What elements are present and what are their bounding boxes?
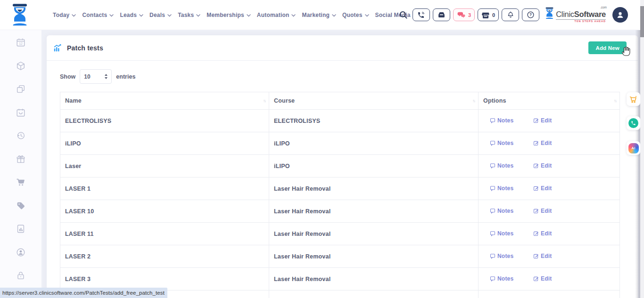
search-icon[interactable]	[399, 10, 408, 19]
chevron-down-icon	[72, 14, 76, 17]
store-badge: 0	[492, 12, 495, 18]
chat-button[interactable]: 3	[453, 8, 475, 21]
nav-item-marketing[interactable]: Marketing	[302, 12, 336, 18]
page-size-select[interactable]: 10	[80, 69, 112, 84]
column-header-course[interactable]: Course↑↓	[269, 92, 479, 110]
notes-link[interactable]: Notes	[490, 162, 513, 169]
notes-link[interactable]: Notes	[490, 230, 513, 237]
notes-link[interactable]: Notes	[490, 185, 513, 192]
nav-item-automation[interactable]: Automation	[257, 12, 296, 18]
nav-item-quotes[interactable]: Quotes	[342, 12, 369, 18]
floating-call-button[interactable]	[627, 116, 640, 130]
cell-course: iLIPO	[269, 155, 479, 177]
store-button[interactable]: 0	[478, 8, 499, 21]
appointments-icon[interactable]	[16, 107, 26, 118]
scrollbar-thumb[interactable]	[640, 6, 644, 37]
account-icon[interactable]	[16, 247, 26, 258]
table-row: Laser iLIPO Notes Edit	[60, 155, 620, 177]
brand-logo[interactable]: ClinicSoftware .com TEN STEPS AHEAD	[545, 7, 606, 23]
inbox-icon	[438, 11, 446, 18]
notes-link[interactable]: Notes	[490, 275, 513, 282]
cell-name: LASER 3	[60, 268, 269, 290]
notifications-button[interactable]	[502, 8, 519, 21]
chevron-down-icon	[365, 14, 369, 17]
card-body: Show 10 entries Name↑↓ Course↑↓ Options↑…	[47, 61, 638, 298]
sort-icon: ↑↓	[263, 98, 265, 103]
phone-button[interactable]	[413, 8, 430, 21]
tags-icon[interactable]	[16, 201, 26, 211]
chevron-down-icon	[291, 14, 296, 17]
package-icon[interactable]	[16, 61, 26, 71]
edit-link[interactable]: Edit	[533, 117, 552, 124]
edit-link[interactable]: Edit	[533, 208, 552, 214]
cell-name: ELECTROLISYS	[60, 110, 269, 132]
cart-icon	[629, 95, 638, 104]
sort-icon: ↑↓	[472, 98, 475, 103]
nav-item-leads[interactable]: Leads	[120, 12, 143, 18]
cart-icon[interactable]	[16, 177, 26, 187]
cell-name: iLIPO	[60, 132, 269, 155]
chevron-down-icon	[247, 14, 251, 17]
report-icon[interactable]	[16, 224, 26, 234]
nav-item-contacts[interactable]: Contacts	[82, 12, 114, 18]
column-header-name[interactable]: Name↑↓	[60, 92, 269, 110]
help-button[interactable]: ?	[522, 8, 539, 21]
column-header-options[interactable]: Options↑↓	[479, 92, 620, 110]
floating-cart-button[interactable]	[627, 92, 640, 106]
cell-name: LASER 2	[60, 245, 269, 268]
cell-name: LASER 10	[60, 200, 269, 223]
edit-link[interactable]: Edit	[533, 253, 552, 259]
entries-label: entries	[116, 73, 135, 80]
svg-text:?: ?	[529, 13, 532, 17]
table-header-row: Name↑↓ Course↑↓ Options↑↓	[60, 92, 620, 110]
app-screen: Today Contacts Leads Deals Tasks Members…	[0, 0, 644, 298]
edit-icon	[533, 118, 539, 123]
edit-link[interactable]: Edit	[533, 162, 552, 169]
lock-icon[interactable]	[16, 270, 26, 281]
table-row: LASER 11 Laser Hair Removal Notes Edit	[60, 223, 620, 245]
nav-item-tasks[interactable]: Tasks	[178, 12, 200, 18]
calendar-icon[interactable]: 12	[16, 37, 26, 48]
edit-link[interactable]: Edit	[533, 140, 552, 146]
copy-icon[interactable]	[16, 84, 26, 94]
vertical-scrollbar[interactable]	[640, 0, 644, 298]
inbox-button[interactable]	[433, 8, 450, 21]
main-content: Patch tests Add New Show 10 entries	[41, 30, 640, 298]
note-icon	[490, 208, 495, 214]
floating-ai-button[interactable]: AI	[627, 141, 640, 155]
edit-link[interactable]: Edit	[533, 230, 552, 237]
notes-link[interactable]: Notes	[490, 140, 513, 146]
notes-link[interactable]: Notes	[490, 253, 513, 259]
ai-icon: AI	[628, 143, 639, 153]
note-icon	[490, 118, 495, 123]
add-new-button[interactable]: Add New	[588, 41, 627, 54]
chevron-down-icon	[167, 14, 172, 17]
edit-icon	[533, 253, 539, 259]
sort-icon: ↑↓	[614, 98, 616, 103]
app-logo-icon[interactable]	[11, 4, 28, 26]
note-icon	[490, 185, 495, 191]
chevron-down-icon	[332, 14, 336, 17]
gift-icon[interactable]	[16, 154, 26, 164]
chevron-down-icon	[109, 14, 114, 17]
history-icon[interactable]	[16, 130, 26, 141]
cell-course: Laser Hair Removal	[269, 177, 479, 200]
page-size-value: 10	[84, 73, 90, 80]
edit-icon	[533, 276, 539, 282]
card-header: Patch tests Add New	[47, 35, 638, 61]
user-avatar[interactable]	[612, 7, 628, 23]
nav-item-today[interactable]: Today	[53, 12, 76, 18]
chevron-down-icon	[196, 14, 200, 17]
brand-tld: .com	[600, 6, 607, 9]
svg-text:12: 12	[19, 42, 23, 45]
nav-item-memberships[interactable]: Memberships	[206, 12, 251, 18]
cell-course: ELECTROLISYS	[269, 110, 479, 132]
edit-link[interactable]: Edit	[533, 185, 552, 192]
chat-badge: 3	[468, 12, 471, 18]
nav-item-deals[interactable]: Deals	[149, 12, 172, 18]
edit-link[interactable]: Edit	[533, 275, 552, 282]
patch-tests-table: Name↑↓ Course↑↓ Options↑↓ ELECTROLISYS E…	[60, 92, 620, 298]
notes-link[interactable]: Notes	[490, 117, 513, 124]
brand-tagline: TEN STEPS AHEAD	[556, 19, 606, 23]
notes-link[interactable]: Notes	[490, 208, 513, 214]
